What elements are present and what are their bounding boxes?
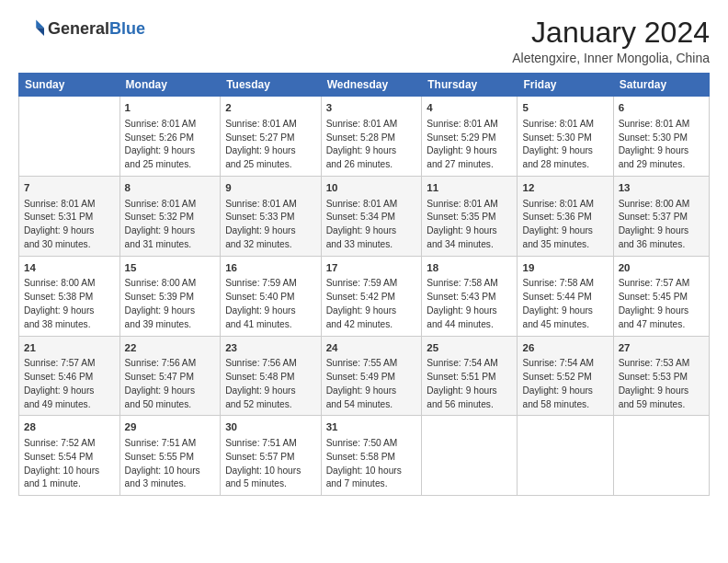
cell-text: Sunset: 5:36 PM [522,211,608,224]
cell-text: and 33 minutes. [326,238,417,252]
calendar-cell: 15Sunrise: 8:00 AMSunset: 5:39 PMDayligh… [119,256,221,336]
calendar-cell: 31Sunrise: 7:50 AMSunset: 5:58 PMDayligh… [321,416,422,496]
cell-text: Daylight: 9 hours [225,385,316,398]
date-number: 10 [326,180,417,196]
cell-text: Sunset: 5:39 PM [125,291,216,304]
cell-text: Daylight: 10 hours [225,465,316,478]
cell-text: Sunset: 5:40 PM [225,291,316,304]
date-number: 28 [24,419,115,435]
logo: GeneralBlue [18,17,145,42]
calendar-cell: 27Sunrise: 7:53 AMSunset: 5:53 PMDayligh… [613,336,709,416]
date-number: 22 [125,340,216,356]
cell-text: Sunrise: 7:53 AM [619,357,704,371]
calendar-week-row: 1Sunrise: 8:01 AMSunset: 5:26 PMDaylight… [19,97,710,177]
cell-text: and 47 minutes. [619,318,704,332]
date-number: 29 [125,419,216,435]
cell-text: Sunset: 5:48 PM [225,371,316,385]
cell-text: Sunrise: 8:01 AM [326,118,417,132]
cell-text: and 31 minutes. [125,238,216,252]
cell-text: and 45 minutes. [522,318,608,332]
cell-text: Daylight: 9 hours [24,304,115,318]
cell-text: Sunrise: 7:59 AM [225,277,316,291]
cell-text: Sunrise: 7:57 AM [619,277,704,291]
cell-text: Sunset: 5:30 PM [619,132,704,145]
cell-text: Sunset: 5:38 PM [24,291,115,304]
calendar-cell: 4Sunrise: 8:01 AMSunset: 5:29 PMDaylight… [422,97,518,177]
day-header-tuesday: Tuesday [221,74,322,97]
calendar-week-row: 14Sunrise: 8:00 AMSunset: 5:38 PMDayligh… [19,256,710,336]
cell-text: Daylight: 9 hours [522,304,608,318]
cell-text: and 59 minutes. [619,398,704,412]
cell-text: Sunset: 5:34 PM [326,211,417,224]
cell-text: Sunset: 5:53 PM [619,371,704,385]
cell-text: Daylight: 9 hours [427,385,512,398]
calendar-cell: 17Sunrise: 7:59 AMSunset: 5:42 PMDayligh… [321,256,422,336]
cell-text: Daylight: 9 hours [125,144,216,158]
logo-blue-text: Blue [109,19,145,38]
date-number: 16 [225,260,316,276]
cell-text: and 44 minutes. [427,318,512,332]
cell-text: Daylight: 9 hours [619,385,704,398]
calendar-cell: 28Sunrise: 7:52 AMSunset: 5:54 PMDayligh… [19,416,120,496]
calendar-cell: 24Sunrise: 7:55 AMSunset: 5:49 PMDayligh… [321,336,422,416]
cell-text: and 28 minutes. [522,158,608,172]
cell-text: Daylight: 9 hours [522,224,608,238]
cell-text: Sunrise: 8:01 AM [125,198,216,212]
cell-text: and 25 minutes. [225,158,316,172]
cell-text: Sunset: 5:30 PM [522,132,608,145]
logo-icon [18,17,44,42]
cell-text: and 39 minutes. [125,318,216,332]
cell-text: and 27 minutes. [427,158,512,172]
cell-text: Sunrise: 8:01 AM [225,118,316,132]
date-number: 27 [619,340,704,356]
date-number: 19 [522,260,608,276]
cell-text: and 38 minutes. [24,318,115,332]
page: GeneralBlue January 2024 Aletengxire, In… [0,0,728,505]
cell-text: Sunset: 5:46 PM [24,371,115,385]
calendar-cell: 5Sunrise: 8:01 AMSunset: 5:30 PMDaylight… [518,97,613,177]
cell-text: Sunrise: 8:01 AM [522,118,608,132]
cell-text: Daylight: 9 hours [125,304,216,318]
cell-text: Daylight: 9 hours [326,385,417,398]
cell-text: and 1 minute. [24,477,115,491]
cell-text: Daylight: 10 hours [125,465,216,478]
calendar-cell: 30Sunrise: 7:51 AMSunset: 5:57 PMDayligh… [221,416,322,496]
cell-text: and 7 minutes. [326,477,417,491]
cell-text: and 3 minutes. [125,477,216,491]
cell-text: Sunrise: 7:58 AM [522,277,608,291]
calendar-cell: 16Sunrise: 7:59 AMSunset: 5:40 PMDayligh… [221,256,322,336]
cell-text: Sunrise: 8:01 AM [619,118,704,132]
cell-text: Sunrise: 7:56 AM [125,357,216,371]
calendar-cell: 11Sunrise: 8:01 AMSunset: 5:35 PMDayligh… [422,176,518,256]
day-header-sunday: Sunday [19,74,120,97]
calendar-cell: 1Sunrise: 8:01 AMSunset: 5:26 PMDaylight… [119,97,221,177]
day-header-monday: Monday [119,74,221,97]
cell-text: and 49 minutes. [24,398,115,412]
cell-text: and 32 minutes. [225,238,316,252]
cell-text: Sunrise: 7:59 AM [326,277,417,291]
cell-text: Daylight: 9 hours [427,144,512,158]
calendar-cell [19,97,120,177]
cell-text: Daylight: 9 hours [125,385,216,398]
cell-text: Sunrise: 8:00 AM [24,277,115,291]
cell-text: Sunrise: 7:57 AM [24,357,115,371]
date-number: 24 [326,340,417,356]
date-number: 13 [619,180,704,196]
date-number: 6 [619,100,704,116]
calendar-week-row: 21Sunrise: 7:57 AMSunset: 5:46 PMDayligh… [19,336,710,416]
date-number: 26 [522,340,608,356]
cell-text: Sunrise: 8:00 AM [619,198,704,212]
calendar-cell: 6Sunrise: 8:01 AMSunset: 5:30 PMDaylight… [613,97,709,177]
day-header-saturday: Saturday [613,74,709,97]
header: GeneralBlue January 2024 Aletengxire, In… [18,17,710,65]
cell-text: and 58 minutes. [522,398,608,412]
calendar-cell: 19Sunrise: 7:58 AMSunset: 5:44 PMDayligh… [518,256,613,336]
date-number: 30 [225,419,316,435]
cell-text: Sunset: 5:42 PM [326,291,417,304]
cell-text: and 34 minutes. [427,238,512,252]
logo-general-text: General [48,19,109,38]
cell-text: Sunrise: 8:01 AM [427,118,512,132]
cell-text: Daylight: 9 hours [326,144,417,158]
cell-text: Sunrise: 8:01 AM [427,198,512,212]
date-number: 5 [522,100,608,116]
